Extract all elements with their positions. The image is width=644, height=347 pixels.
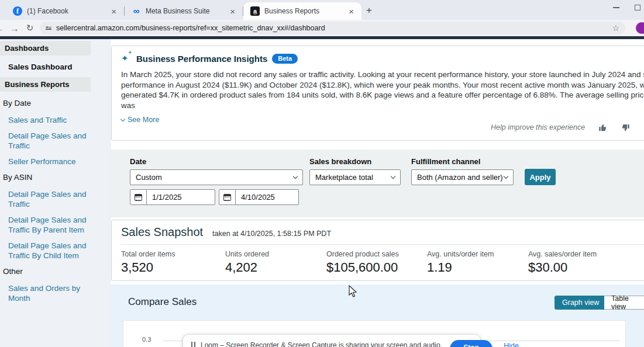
feedback-row: Help improve this experience [491, 121, 644, 134]
sidebar-item-sales-orders-by-month[interactable]: Sales and Orders by Month [0, 280, 102, 306]
snapshot-metrics: Total order items 3,520 Units ordered 4,… [121, 245, 644, 275]
insights-summary-text: In March 2025, your store did not record… [121, 70, 644, 110]
apply-button[interactable]: Apply [525, 169, 556, 185]
compare-sales-title: Compare Sales [128, 296, 197, 308]
maximize-window-icon[interactable] [635, 5, 640, 11]
chevron-down-icon [504, 174, 508, 179]
metric-label: Avg. units/order item [427, 250, 528, 258]
fulfillment-channel-value: Both (Amazon and seller) [417, 173, 503, 182]
metric-value: 4,202 [225, 260, 326, 275]
start-date-input[interactable]: 1/1/2025 [130, 189, 215, 205]
stop-sharing-button[interactable]: Stop sharing [450, 340, 493, 347]
sidebar-item-sales-and-traffic[interactable]: Sales and Traffic [0, 112, 102, 128]
metric-value: $30.00 [528, 260, 644, 275]
browser-toolbar: ← → ↻ sellercentral.amazon.com/business-… [0, 20, 644, 36]
back-icon[interactable]: ← [0, 23, 7, 33]
feedback-label: Help improve this experience [491, 123, 585, 131]
snapshot-title: Sales Snapshot [121, 225, 203, 239]
tab-meta-business-suite[interactable]: ∞ Meta Business Suite × [125, 2, 243, 20]
sidebar-section-by-date: By Date [0, 95, 111, 112]
sidebar-header-dashboards: Dashboards [0, 41, 91, 55]
minimize-window-icon[interactable] [613, 7, 619, 8]
thumbs-up-icon[interactable] [598, 123, 608, 132]
metric-label: Avg. sales/order item [528, 250, 644, 258]
date-range-select[interactable]: Custom [130, 169, 303, 185]
address-bar[interactable]: sellercentral.amazon.com/business-report… [40, 22, 625, 34]
sidebar-header-business-reports: Business Reports [0, 77, 91, 92]
new-tab-button[interactable]: + [366, 5, 372, 16]
close-tab-icon[interactable]: × [228, 6, 237, 16]
date-range-value: Custom [136, 173, 162, 182]
beta-badge: Beta [272, 54, 298, 64]
bookmark-star-icon[interactable]: ☆ [612, 23, 619, 33]
metric-label: Units ordered [225, 250, 326, 258]
metric-avg-units-per-order: Avg. units/order item 1.19 [427, 250, 528, 275]
facebook-icon: f [13, 6, 22, 16]
fulfillment-channel-label: Fulfillment channel [411, 157, 480, 166]
page-content: Dashboards Sales Dashboard Business Repo… [0, 39, 644, 347]
sidebar-section-other: Other [0, 263, 111, 280]
metric-total-order-items: Total order items 3,520 [121, 250, 225, 275]
tab-title: Business Reports [264, 7, 342, 15]
close-tab-icon[interactable]: × [347, 6, 356, 16]
sidebar-item-seller-performance[interactable]: Seller Performance [0, 154, 102, 169]
graph-view-button[interactable]: Graph view [555, 296, 607, 310]
sidebar-section-by-asin: By ASIN [0, 169, 111, 186]
site-settings-icon[interactable] [46, 27, 51, 30]
reports-sidebar: Dashboards Sales Dashboard Business Repo… [0, 39, 111, 347]
start-date-value[interactable]: 1/1/2025 [147, 193, 182, 202]
sales-breakdown-label: Sales breakdown [309, 157, 371, 166]
metric-value: 1.19 [427, 260, 528, 275]
main-panel: ✦ Business Performance Insights Beta In … [111, 39, 644, 347]
chevron-down-icon [120, 116, 125, 121]
chevron-down-icon [293, 174, 298, 179]
y-axis-tick: 0.3 [142, 336, 151, 343]
sidebar-item-sales-dashboard[interactable]: Sales Dashboard [0, 59, 111, 77]
metric-avg-sales-per-order: Avg. sales/order item $30.00 [528, 250, 644, 275]
profile-avatar[interactable] [636, 22, 644, 34]
metric-value: $105,600.00 [326, 260, 427, 275]
tab-business-reports[interactable]: a Business Reports × [243, 2, 361, 20]
mouse-cursor [349, 285, 358, 298]
chevron-down-icon [391, 174, 395, 179]
table-view-button[interactable]: Table view [604, 296, 644, 310]
tab-title: Meta Business Suite [146, 7, 223, 15]
amazon-icon: a [250, 6, 260, 16]
forward-icon[interactable]: → [7, 23, 22, 33]
metric-label: Ordered product sales [326, 250, 427, 258]
end-date-value[interactable]: 4/10/2025 [236, 193, 275, 202]
calendar-icon[interactable] [130, 190, 147, 204]
see-more-link[interactable]: See More [121, 116, 159, 124]
sidebar-item-detail-page-sales-traffic[interactable]: Detail Page Sales and Traffic [0, 128, 102, 154]
sparkle-icon: ✦ [121, 53, 132, 64]
date-filter-label: Date [130, 157, 146, 166]
metric-units-ordered: Units ordered 4,202 [225, 250, 326, 275]
sales-breakdown-value: Marketplace total [315, 173, 373, 182]
thumbs-down-icon[interactable] [621, 123, 631, 132]
screen-share-banner: Loom – Screen Recorder & Screen Capture … [182, 334, 481, 347]
fulfillment-channel-select[interactable]: Both (Amazon and seller) [411, 169, 514, 185]
end-date-input[interactable]: 4/10/2025 [219, 189, 299, 205]
browser-tab-bar: f (1) Facebook × ∞ Meta Business Suite ×… [0, 0, 644, 20]
calendar-icon[interactable] [219, 190, 236, 204]
hide-banner-link[interactable]: Hide [504, 342, 519, 347]
metric-ordered-product-sales: Ordered product sales $105,600.00 [326, 250, 427, 275]
sidebar-item-detail-page-parent-item[interactable]: Detail Page Sales and Traffic By Parent … [0, 212, 102, 238]
meta-icon: ∞ [132, 6, 141, 16]
sales-snapshot-card: Sales Snapshot taken at 4/10/2025, 1:58:… [111, 220, 644, 281]
screen-share-message: Loom – Screen Recorder & Screen Capture … [201, 341, 442, 347]
see-more-label: See More [128, 116, 159, 124]
tab-facebook[interactable]: f (1) Facebook × [6, 2, 124, 20]
url-text[interactable]: sellercentral.amazon.com/business-report… [56, 24, 325, 32]
close-tab-icon[interactable]: × [109, 6, 118, 16]
sidebar-item-detail-page-child-item[interactable]: Detail Page Sales and Traffic By Child I… [0, 238, 102, 263]
metric-value: 3,520 [121, 260, 225, 275]
tab-title: (1) Facebook [27, 7, 105, 15]
reload-icon[interactable]: ↻ [22, 23, 37, 33]
pause-icon[interactable] [191, 342, 195, 347]
report-filters-panel: Date Custom 1/1/2025 4/10/2025 Sales bre… [111, 150, 644, 217]
insights-title: Business Performance Insights [136, 54, 267, 64]
sales-breakdown-select[interactable]: Marketplace total [309, 169, 401, 185]
metric-label: Total order items [121, 250, 225, 258]
sidebar-item-detail-page-sales-traffic-asin[interactable]: Detail Page Sales and Traffic [0, 186, 102, 212]
